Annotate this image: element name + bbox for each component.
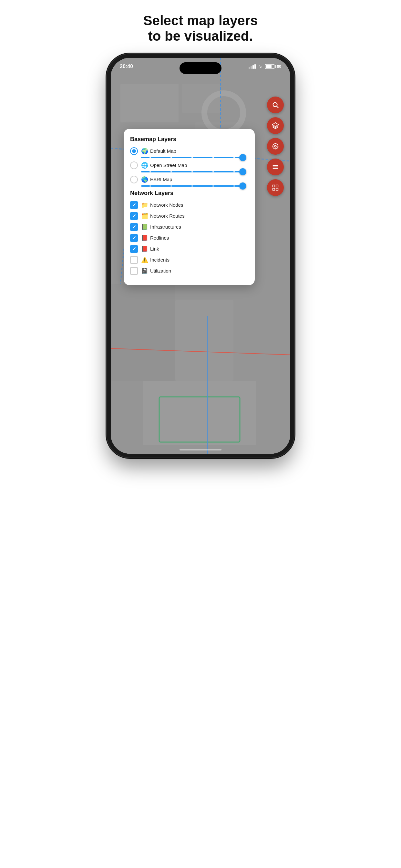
redlines-emoji: 📕 [141,235,148,242]
checkbox-option-infra[interactable]: 📗 Infrastructures [130,223,248,231]
layers-dialog: Basemap Layers 🌍 Default Map [124,129,255,285]
infra-emoji: 📗 [141,223,148,230]
checkbox-routes-label: 🗂️ Network Routes [141,213,185,220]
svg-rect-6 [111,284,175,381]
checkbox-link[interactable] [130,245,138,253]
checkbox-option-utilization[interactable]: 📓 Utilization [130,267,248,275]
esri-slider-row[interactable] [141,185,248,187]
radio-option-esri[interactable]: 🌎 ESRI Map [130,176,248,183]
checkbox-option-nodes[interactable]: 📁 Network Nodes [130,201,248,209]
incidents-emoji: ⚠️ [141,256,148,264]
battery-icon: 80 [265,64,281,69]
page-title: Select map layers to be visualized. [143,13,258,44]
checkbox-routes[interactable] [130,212,138,220]
radio-openstreet-label: 🌐 Open Street Map [141,162,187,169]
checkbox-link-label: 📕 Link [141,245,159,252]
svg-rect-31 [276,188,278,190]
status-icons: ∿ 80 [249,64,281,69]
radio-default-label: 🌍 Default Map [141,148,176,155]
svg-rect-28 [273,185,275,187]
utilization-emoji: 📓 [141,268,148,275]
radio-option-openstreet[interactable]: 🌐 Open Street Map [130,161,248,169]
checkbox-option-routes[interactable]: 🗂️ Network Routes [130,212,248,220]
nodes-emoji: 📁 [141,202,148,209]
dynamic-island [180,62,221,74]
checkbox-option-redlines[interactable]: 📕 Redlines [130,234,248,242]
routes-emoji: 🗂️ [141,213,148,220]
location-fab[interactable] [267,138,284,155]
page-wrapper: Select map layers to be visualized. [100,6,301,458]
svg-line-17 [277,106,278,108]
phone-screen: 20:40 ∿ 80 [111,58,290,454]
basemap-section-title: Basemap Layers [130,136,248,143]
default-map-slider-row[interactable] [141,157,248,158]
svg-point-19 [273,144,278,149]
scan-fab[interactable] [267,179,284,196]
menu-fab[interactable] [267,159,284,175]
openstreet-slider-thumb[interactable] [239,168,246,175]
openstreet-slider-row[interactable] [141,171,248,173]
search-fab[interactable] [267,97,284,113]
wifi-icon: ∿ [258,64,262,69]
default-map-icon: 🌍 [141,148,148,155]
checkbox-utilization-label: 📓 Utilization [141,268,171,275]
radio-esri[interactable] [130,176,138,183]
checkbox-incidents-label: ⚠️ Incidents [141,256,169,264]
checkbox-infra[interactable] [130,223,138,231]
openstreet-map-icon: 🌐 [141,162,148,169]
default-map-slider[interactable] [141,157,245,158]
svg-rect-29 [276,185,278,187]
svg-rect-2 [120,84,179,122]
default-map-slider-thumb[interactable] [239,154,246,161]
signal-icon [249,64,256,69]
esri-map-icon: 🌎 [141,176,148,183]
checkbox-infra-label: 📗 Infrastructures [141,223,181,230]
radio-esri-label: 🌎 ESRI Map [141,176,172,183]
checkbox-redlines[interactable] [130,234,138,242]
radio-openstreet[interactable] [130,161,138,169]
home-indicator [180,449,221,451]
svg-rect-30 [273,188,275,190]
fab-container [267,97,284,196]
svg-rect-8 [143,381,256,445]
checkbox-option-link[interactable]: 📕 Link [130,245,248,253]
esri-slider[interactable] [141,185,245,187]
checkbox-redlines-label: 📕 Redlines [141,235,169,242]
link-emoji: 📕 [141,245,148,252]
checkbox-option-incidents[interactable]: ⚠️ Incidents [130,256,248,264]
svg-point-16 [273,102,277,106]
checkbox-utilization[interactable] [130,267,138,275]
checkbox-incidents[interactable] [130,256,138,264]
layers-fab[interactable] [267,117,284,134]
svg-point-20 [274,145,276,147]
network-section: Network Layers 📁 Network Nodes 🗂️ [130,190,248,275]
network-section-title: Network Layers [130,190,248,197]
radio-option-default[interactable]: 🌍 Default Map [130,147,248,155]
openstreet-slider[interactable] [141,171,245,173]
phone-frame: 20:40 ∿ 80 [107,54,294,458]
radio-default[interactable] [130,147,138,155]
checkbox-nodes-label: 📁 Network Nodes [141,202,183,209]
svg-rect-7 [175,300,234,381]
battery-level: 80 [277,64,281,69]
status-time: 20:40 [120,64,133,69]
esri-slider-thumb[interactable] [239,182,246,190]
checkbox-nodes[interactable] [130,201,138,209]
